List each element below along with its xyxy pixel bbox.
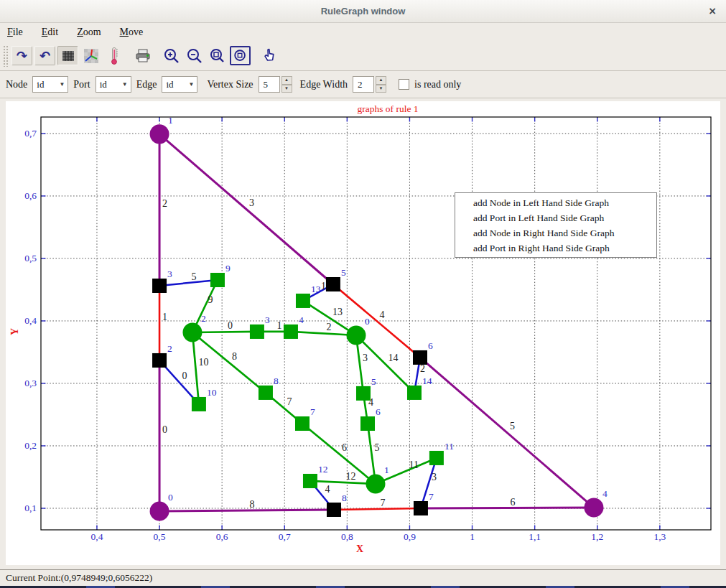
zoom-box-button[interactable] — [230, 46, 251, 65]
graph-node-lhs-1[interactable] — [150, 124, 169, 144]
spin-down-icon[interactable]: ▼ — [281, 85, 292, 93]
spin-down-icon[interactable]: ▼ — [376, 85, 386, 93]
graph-port-rhs-12[interactable] — [303, 474, 317, 488]
rule-graph-plot[interactable]: 0,40,50,60,70,80,911,11,21,30,10,20,30,4… — [6, 101, 720, 565]
zoom-region-button[interactable] — [207, 46, 228, 65]
menu-file[interactable]: File — [6, 25, 24, 39]
graph-port-rhs-8[interactable] — [259, 386, 273, 400]
edge-label: 5 — [374, 442, 379, 453]
node-label: 9 — [225, 263, 231, 274]
graph-edge[interactable] — [310, 481, 376, 484]
x-tick-label: 1,2 — [591, 531, 603, 542]
graph-node-rhs-1[interactable] — [366, 475, 385, 494]
edge-label: 4 — [325, 484, 330, 495]
edge-label: 4 — [379, 309, 384, 320]
menu-item-add-node-lhs[interactable]: add Node in Left Hand Side Graph — [455, 195, 656, 210]
y-tick-label: 0,3 — [24, 378, 37, 388]
graph-port-rhs-13[interactable] — [296, 294, 310, 308]
graph-edge[interactable] — [159, 134, 333, 284]
context-menu: add Node in Left Hand Side Graph add Por… — [455, 192, 657, 258]
node-label: 7 — [429, 491, 434, 502]
node-label: 8 — [274, 375, 279, 386]
graph-port-lhs-5[interactable] — [326, 277, 340, 291]
thermometer-button[interactable] — [103, 46, 124, 65]
graph-port-rhs-3[interactable] — [250, 325, 264, 339]
graph-edge[interactable] — [192, 332, 199, 404]
edge-label: 6 — [510, 497, 515, 508]
graph-node-lhs-0[interactable] — [150, 501, 169, 521]
node-label: 14 — [422, 375, 432, 386]
edge-label: 6 — [342, 442, 347, 453]
graph-edge[interactable] — [159, 280, 218, 286]
edge-label: 1 — [276, 320, 281, 331]
graph-port-rhs-4[interactable] — [284, 325, 298, 339]
spin-up-icon[interactable]: ▲ — [281, 76, 292, 85]
control-bar: Node id ▼ Port id ▼ Edge id ▼ Vertex Siz… — [0, 71, 726, 98]
graph-port-lhs-8[interactable] — [327, 503, 341, 517]
menu-zoom[interactable]: Zoom — [75, 25, 102, 39]
node-label: 11 — [445, 441, 454, 452]
graph-port-lhs-6[interactable] — [413, 350, 427, 365]
status-bar: Current Point:(0,9748949;0,6056222) — [0, 569, 726, 586]
edge-label: 0 — [182, 370, 187, 381]
edge-label: 8 — [250, 499, 255, 510]
graph-edge[interactable] — [421, 508, 594, 508]
edge-label: 0 — [162, 424, 167, 435]
node-label: 4 — [299, 314, 304, 325]
x-tick-label: 1,3 — [653, 531, 666, 542]
graph-port-lhs-7[interactable] — [414, 501, 428, 515]
menu-item-add-node-rhs[interactable]: add Node in Right Hand Side Graph — [455, 225, 656, 241]
graph-edge[interactable] — [334, 508, 421, 510]
close-icon[interactable]: × — [706, 4, 719, 17]
zoom-in-button[interactable] — [161, 46, 182, 65]
zoom-out-button[interactable] — [184, 46, 205, 65]
read-only-checkbox[interactable] — [399, 79, 409, 90]
redo-icon: ↷ — [17, 50, 27, 62]
graph-port-rhs-7[interactable] — [295, 416, 310, 431]
graph-edge[interactable] — [356, 335, 414, 393]
axes-button[interactable] — [80, 46, 101, 65]
edge-label: 2 — [326, 322, 331, 332]
graph-port-rhs-10[interactable] — [192, 397, 206, 411]
vertex-size-value: 5 — [259, 76, 280, 93]
chevron-down-icon: ▼ — [59, 81, 65, 88]
graph-edge[interactable] — [291, 332, 356, 335]
toolbar-grip[interactable] — [3, 45, 9, 67]
graph-node-rhs-0[interactable] — [346, 325, 366, 345]
graph-edge[interactable] — [420, 358, 594, 508]
print-button[interactable] — [132, 46, 153, 65]
edge-select[interactable]: id ▼ — [162, 76, 197, 93]
menu-edit[interactable]: Edit — [40, 25, 60, 39]
node-label: Node — [6, 79, 27, 90]
spin-up-icon[interactable]: ▲ — [376, 76, 386, 85]
graph-port-rhs-6[interactable] — [360, 416, 375, 431]
undo-button[interactable]: ↶ — [34, 46, 55, 65]
port-select[interactable]: id ▼ — [96, 76, 131, 93]
graph-edge[interactable] — [159, 510, 334, 511]
grid-toggle-button[interactable] — [57, 46, 78, 65]
x-tick-label: 0,5 — [154, 531, 166, 542]
edge-label: 5 — [510, 421, 515, 431]
graph-node-rhs-2[interactable] — [182, 322, 202, 342]
hand-tool-button[interactable] — [259, 46, 279, 65]
node-label: 2 — [201, 313, 206, 324]
graph-port-rhs-9[interactable] — [210, 273, 225, 287]
node-select[interactable]: id ▼ — [32, 76, 68, 93]
graph-node-lhs-4[interactable] — [584, 498, 603, 518]
node-label: 6 — [428, 340, 433, 351]
edge-width-stepper[interactable]: 2 ▲ ▼ — [353, 76, 386, 93]
graph-port-rhs-14[interactable] — [407, 386, 422, 400]
graph-port-lhs-2[interactable] — [152, 353, 167, 368]
graph-port-rhs-11[interactable] — [429, 451, 444, 465]
menu-item-add-port-rhs[interactable]: add Port in Right Hand Side Graph — [455, 241, 656, 256]
node-label: 3 — [265, 314, 270, 325]
vertex-size-stepper[interactable]: 5 ▲ ▼ — [259, 76, 292, 93]
graph-port-lhs-3[interactable] — [152, 279, 167, 293]
redo-button[interactable]: ↷ — [11, 46, 32, 65]
menu-move[interactable]: Move — [118, 25, 145, 39]
node-label: 13 — [311, 284, 321, 294]
plot-panel[interactable]: 0,40,50,60,70,80,911,11,21,30,10,20,30,4… — [6, 101, 720, 565]
menu-item-add-port-lhs[interactable]: add Port in Left Hand Side Graph — [455, 210, 656, 225]
edge-label: 3 — [432, 472, 437, 482]
printer-icon — [134, 48, 152, 64]
